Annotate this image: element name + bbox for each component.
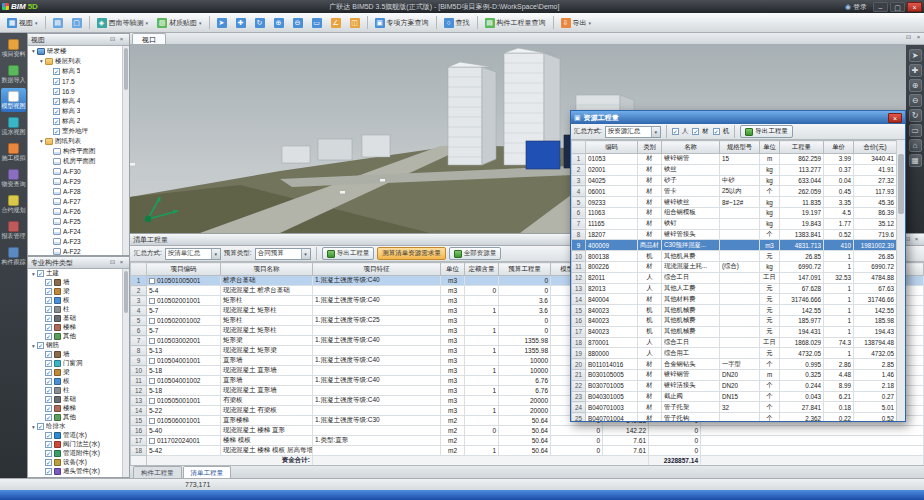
sidebar-tab-material-query[interactable]: 物资查询	[1, 166, 26, 190]
tree-item[interactable]: ✓设备(水)	[28, 458, 122, 467]
checkbox-icon[interactable]: ✓	[45, 414, 52, 421]
tree-item[interactable]: A-F26	[28, 206, 122, 216]
close-icon[interactable]: ×	[914, 33, 923, 42]
budget-type-select[interactable]: 合同预算 ▾	[255, 248, 311, 260]
checkbox-icon[interactable]: ✓	[37, 270, 44, 277]
toolbar-special-plan-query[interactable]: ▣专项方案查询	[371, 15, 433, 31]
sidebar-tab-flow-view[interactable]: 流水视图	[1, 114, 26, 138]
resource-scrollbar[interactable]	[896, 140, 905, 421]
table-row[interactable]: 16840023机其他机械费元185.9771185.98	[572, 315, 897, 326]
checkbox-icon[interactable]: ✓	[45, 360, 52, 367]
export-quantity-button[interactable]: 导出工程量	[322, 247, 375, 260]
scrollbar-thumb[interactable]	[898, 154, 904, 214]
sidetool-fit-icon[interactable]: ▭	[909, 124, 922, 137]
column-header[interactable]: 单位	[760, 141, 780, 154]
checkbox-icon[interactable]: ✓	[53, 78, 60, 85]
resource-window-close-button[interactable]: ×	[888, 113, 902, 123]
toolbar-zoom-out-tool[interactable]: ⊖	[289, 15, 307, 31]
table-row[interactable]: 818207材镀锌管接头个1383.8410.52719.6	[572, 229, 897, 240]
resource-window-titlebar[interactable]: ▣ 资源工程量 ×	[571, 111, 905, 124]
sidetool-zoom-out-icon[interactable]: ⊖	[909, 94, 922, 107]
filter-material[interactable]: ✓材	[692, 127, 709, 136]
table-row[interactable]: 1282011人综合工日工日147.09132.534784.88	[572, 272, 897, 283]
table-row[interactable]: 406001材管卡25以内个262.0590.45117.93	[572, 186, 897, 197]
sidebar-tab-report-manage[interactable]: 报表管理	[1, 218, 26, 242]
scrollbar-thumb[interactable]	[124, 48, 128, 90]
sidebar-tab-project-info[interactable]: 项目资料	[1, 36, 26, 60]
tree-item[interactable]: ▾楼层列表	[28, 56, 122, 66]
filter-machine[interactable]: ✓机	[713, 127, 730, 136]
resource-summary-select[interactable]: 按资源汇总 ▾	[605, 126, 661, 138]
table-row[interactable]: 15840023机其他机械费元142.551142.55	[572, 305, 897, 316]
table-row[interactable]: 20B011014016材合金钢钻头一字型个0.9952.862.85	[572, 359, 897, 370]
tree-item[interactable]: A-F22	[28, 246, 122, 255]
column-header[interactable]: 单价	[824, 141, 854, 154]
tree-item[interactable]: ✓其他	[28, 332, 122, 341]
table-row[interactable]: 14840004材其他材料费元31746.666131746.66	[572, 294, 897, 305]
table-row[interactable]: 202001材铁丝kg113.2770.3741.91	[572, 164, 897, 175]
table-row[interactable]: 509233材镀锌铁丝8#~12#kg11.8353.3545.36	[572, 197, 897, 208]
checkbox-icon[interactable]	[149, 358, 155, 364]
column-header[interactable]: 规格型号	[720, 141, 760, 154]
checkbox-icon[interactable]: ✓	[37, 423, 44, 430]
tree-item[interactable]: ✓标高 2	[28, 116, 122, 126]
checkbox-icon[interactable]: ✓	[53, 108, 60, 115]
tree-item[interactable]: ✓梁	[28, 287, 122, 296]
sidebar-tab-component-track[interactable]: 构件跟踪	[1, 244, 26, 268]
expander-icon[interactable]: ▾	[30, 343, 37, 349]
checkbox-icon[interactable]: ✓	[53, 68, 60, 75]
tree-item[interactable]: ✓板	[28, 377, 122, 386]
column-header[interactable]: 项目编码	[147, 263, 221, 276]
expander-icon[interactable]: ▾	[38, 138, 45, 144]
tree-item[interactable]: ✓柱	[28, 305, 122, 314]
tree-item[interactable]: ✓标高 5	[28, 66, 122, 76]
checkbox-icon[interactable]: ✓	[53, 118, 60, 125]
table-row[interactable]: 711165材铁钉kg19.8431.7735.12	[572, 218, 897, 229]
sidebar-tab-construction-sim[interactable]: 施工模拟	[1, 140, 26, 164]
checkbox-icon[interactable]: ✓	[45, 432, 52, 439]
column-header[interactable]: 项目特征	[313, 263, 441, 276]
tree-item[interactable]: ✓管道(水)	[28, 431, 122, 440]
tree-item[interactable]: ✓其他	[28, 413, 122, 422]
table-row[interactable]: 9400009商品材C30预拌混凝...m34831.7134101981002…	[572, 240, 897, 251]
summary-mode-select[interactable]: 按清单汇总 ▾	[165, 248, 221, 260]
toolbar-material-map[interactable]: ▨材质贴图▾	[153, 15, 206, 31]
checkbox-icon[interactable]: ✓	[45, 324, 52, 331]
table-row[interactable]: 10800138机其他机具费元26.85126.85	[572, 251, 897, 262]
checkbox-icon[interactable]: ✓	[713, 128, 720, 135]
pin-icon[interactable]: ⊡	[108, 35, 117, 44]
pin-icon[interactable]: ⊡	[108, 258, 117, 267]
checkbox-icon[interactable]: ✓	[45, 333, 52, 340]
tree-item[interactable]: ✓通头管件(水)	[28, 467, 122, 476]
column-header[interactable]: 定额含量	[465, 263, 499, 276]
view-panel-scrollbar[interactable]	[122, 46, 129, 255]
sheet-tab-0[interactable]: 构件工程量	[133, 466, 182, 478]
toolbar-zoom-in-tool[interactable]: ⊕	[270, 15, 288, 31]
table-row[interactable]: 185-42现浇混凝土 楼梯 模板 层高每增加10mmm2150.6407.61…	[131, 446, 924, 456]
checkbox-icon[interactable]: ✓	[45, 279, 52, 286]
checkbox-icon[interactable]: ✓	[45, 369, 52, 376]
types-panel-scrollbar[interactable]	[122, 269, 129, 477]
expander-icon[interactable]: ▾	[30, 424, 37, 430]
tree-item[interactable]: A-F27	[28, 196, 122, 206]
maximize-button[interactable]: ▢	[890, 2, 905, 12]
column-header[interactable]: 合价(元)	[854, 141, 897, 154]
checkbox-icon[interactable]	[149, 338, 155, 344]
checkbox-icon[interactable]: ✓	[45, 297, 52, 304]
toolbar-orbit-tool[interactable]: ↻	[251, 15, 269, 31]
tree-item[interactable]: ✓标高 4	[28, 96, 122, 106]
checkbox-icon[interactable]	[149, 418, 155, 424]
tree-item[interactable]: ▾图纸列表	[28, 136, 122, 146]
sidetool-zoom-in-icon[interactable]: ⊕	[909, 79, 922, 92]
tree-item[interactable]: ▾✓土建	[28, 269, 122, 278]
table-row[interactable]: 17840023机其他机械费元194.4311194.43	[572, 326, 897, 337]
column-header[interactable]: 类别	[638, 141, 662, 154]
table-row[interactable]: 18870001人综合工日工日1868.02974.3138794.48	[572, 337, 897, 348]
toolbar-pan-tool[interactable]: ✚	[232, 15, 250, 31]
sidetool-home-icon[interactable]: ⌂	[909, 139, 922, 152]
tree-item[interactable]: A-F30	[28, 166, 122, 176]
tree-item[interactable]: ✓梁	[28, 368, 122, 377]
checkbox-icon[interactable]: ✓	[45, 441, 52, 448]
toolbar-axon-view[interactable]: ◈西南等轴测▾	[93, 15, 153, 31]
checkbox-icon[interactable]: ✓	[45, 396, 52, 403]
